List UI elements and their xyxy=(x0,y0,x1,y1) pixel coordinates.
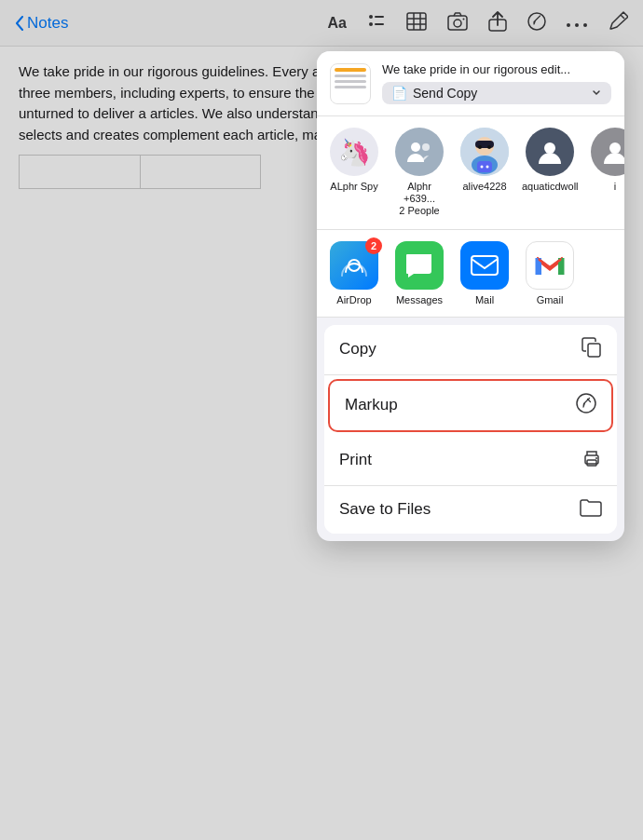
action-list: Copy Markup Print xyxy=(324,325,617,534)
person-name-alphr-group: Alphr +639...2 People xyxy=(391,181,447,218)
app-airdrop[interactable]: 2 AirDrop xyxy=(326,241,382,305)
app-name-gmail: Gmail xyxy=(537,294,564,305)
person-avatar-unknown xyxy=(591,128,624,176)
action-print[interactable]: Print xyxy=(324,436,617,486)
person-name-alive4228: alive4228 xyxy=(462,181,506,193)
share-sheet: We take pride in our rigorous edit... 📄 … xyxy=(317,51,624,541)
action-print-label: Print xyxy=(339,451,372,469)
action-save-files-label: Save to Files xyxy=(339,500,431,519)
svg-point-23 xyxy=(478,145,482,149)
note-icon-body-line xyxy=(335,75,366,77)
action-markup-label: Markup xyxy=(345,396,398,414)
svg-point-28 xyxy=(544,142,555,154)
svg-rect-22 xyxy=(475,141,494,148)
copy-icon xyxy=(581,337,602,362)
person-name-alphr-spy: ALphr Spy xyxy=(330,181,377,193)
app-name-mail: Mail xyxy=(475,294,494,305)
svg-rect-25 xyxy=(477,161,492,172)
people-row: 🦄 ALphr Spy Alphr +639...2 People xyxy=(317,116,624,230)
share-note-title: We take pride in our rigorous edit... xyxy=(382,62,611,76)
app-icon-airdrop: 2 xyxy=(330,241,378,290)
send-copy-button[interactable]: 📄 Send Copy xyxy=(382,82,611,104)
person-name-unknown: i xyxy=(614,181,616,193)
person-alive4228[interactable]: alive4228 xyxy=(457,128,513,218)
svg-point-18 xyxy=(422,143,430,151)
person-avatar-aquaticdwoll xyxy=(526,128,574,176)
app-icon-mail xyxy=(460,241,509,290)
svg-rect-39 xyxy=(587,460,596,466)
svg-point-29 xyxy=(609,142,621,154)
svg-rect-36 xyxy=(588,344,600,357)
svg-rect-31 xyxy=(472,256,498,275)
app-gmail[interactable]: Gmail xyxy=(522,241,578,305)
svg-point-40 xyxy=(595,457,597,459)
action-markup[interactable]: Markup xyxy=(328,379,613,432)
send-copy-label: Send Copy xyxy=(413,86,477,101)
svg-point-27 xyxy=(486,166,489,169)
share-header-info: We take pride in our rigorous edit... 📄 … xyxy=(382,62,611,104)
share-note-thumbnail xyxy=(330,63,371,104)
app-mail[interactable]: Mail xyxy=(457,241,513,305)
note-icon-body-line xyxy=(335,80,366,83)
app-icon-messages xyxy=(395,241,444,290)
app-icon-gmail xyxy=(526,241,574,290)
person-avatar-alive4228 xyxy=(460,128,509,176)
svg-point-17 xyxy=(411,142,420,152)
svg-point-24 xyxy=(487,145,491,149)
share-header: We take pride in our rigorous edit... 📄 … xyxy=(317,51,624,116)
svg-point-37 xyxy=(577,394,595,413)
action-copy[interactable]: Copy xyxy=(324,325,617,375)
app-name-messages: Messages xyxy=(396,294,443,305)
note-icon-body-line xyxy=(335,86,366,88)
print-icon xyxy=(581,448,602,473)
person-alphr-group[interactable]: Alphr +639...2 People xyxy=(391,128,447,218)
person-alphr-spy[interactable]: 🦄 ALphr Spy xyxy=(326,128,382,218)
person-avatar-alphr-group xyxy=(395,128,444,176)
svg-point-26 xyxy=(481,166,484,169)
action-save-to-files[interactable]: Save to Files xyxy=(324,486,617,534)
note-icon-title-line xyxy=(335,68,366,72)
folder-icon xyxy=(580,498,602,522)
action-copy-label: Copy xyxy=(339,340,376,359)
person-unknown[interactable]: i xyxy=(587,128,624,218)
person-aquaticdwoll[interactable]: aquaticdwoll xyxy=(522,128,578,218)
apps-row: 2 AirDrop Messages xyxy=(317,230,624,318)
markup-icon xyxy=(576,393,596,418)
app-messages[interactable]: Messages xyxy=(391,241,447,305)
person-name-aquaticdwoll: aquaticdwoll xyxy=(522,181,578,193)
app-name-airdrop: AirDrop xyxy=(336,294,371,305)
person-avatar-alphr-spy: 🦄 xyxy=(330,128,378,176)
app-badge-airdrop: 2 xyxy=(365,237,382,254)
